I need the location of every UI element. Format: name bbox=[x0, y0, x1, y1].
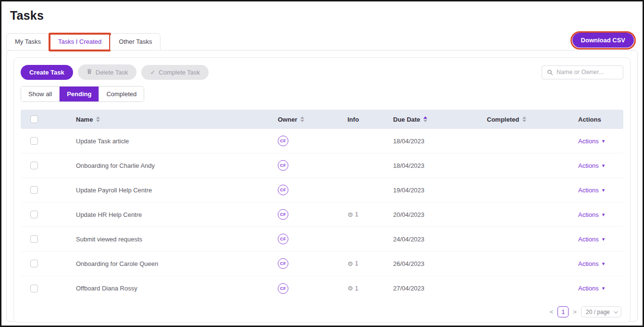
row-actions-button[interactable]: Actions ▾ bbox=[578, 260, 605, 267]
filter-segment[interactable]: Pending bbox=[60, 87, 99, 101]
actions-cell: Actions ▾ bbox=[564, 285, 623, 292]
owner-cell: CF bbox=[263, 209, 333, 220]
owner-cell: CF bbox=[263, 258, 333, 269]
name-cell: Update HR Help Centre bbox=[62, 211, 263, 218]
row-checkbox-cell bbox=[21, 260, 62, 267]
gear-icon: ⚙ bbox=[347, 211, 353, 218]
complete-task-label: Complete Task bbox=[159, 69, 200, 76]
prev-page-button[interactable]: < bbox=[550, 308, 554, 315]
owner-cell: CF bbox=[263, 136, 333, 146]
owner-cell: CF bbox=[263, 160, 333, 171]
name-cell: Update Payroll Help Centre bbox=[62, 187, 263, 194]
due-date: 24/04/2023 bbox=[393, 236, 424, 243]
tab[interactable]: Tasks I Created bbox=[50, 33, 110, 50]
owner-avatar[interactable]: CF bbox=[278, 136, 288, 146]
header-name[interactable]: Name bbox=[62, 116, 263, 123]
download-csv-button[interactable]: Download CSV bbox=[572, 33, 634, 48]
owner-cell: CF bbox=[263, 283, 333, 294]
header-due-date-label: Due Date bbox=[393, 116, 420, 123]
info-cell: ⚙ 1 bbox=[333, 211, 379, 218]
task-name: Update Payroll Help Centre bbox=[76, 187, 152, 194]
caret-down-icon: ▾ bbox=[602, 187, 605, 193]
owner-avatar[interactable]: CF bbox=[278, 160, 288, 171]
due-date-cell: 20/04/2023 bbox=[379, 211, 472, 218]
filter-segment[interactable]: Show all bbox=[21, 87, 60, 101]
due-date: 26/04/2023 bbox=[393, 260, 424, 267]
tab-label: Tasks I Created bbox=[58, 38, 101, 45]
current-page[interactable]: 1 bbox=[557, 306, 569, 317]
complete-task-button[interactable]: ✓ Complete Task bbox=[141, 65, 209, 80]
caret-down-icon: ▾ bbox=[602, 261, 605, 267]
tasks-table: Name Owner Info Due Date bbox=[21, 110, 623, 301]
delete-task-label: Delete Task bbox=[96, 69, 128, 76]
due-date-cell: 24/04/2023 bbox=[379, 236, 472, 243]
select-all-checkbox[interactable] bbox=[30, 115, 38, 123]
row-actions-button[interactable]: Actions ▾ bbox=[578, 162, 605, 169]
tab[interactable]: Other Tasks bbox=[110, 33, 161, 50]
row-actions-button[interactable]: Actions ▾ bbox=[578, 236, 605, 243]
row-actions-button[interactable]: Actions ▾ bbox=[578, 211, 605, 218]
row-actions-button[interactable]: Actions ▾ bbox=[578, 285, 605, 292]
sort-icon[interactable] bbox=[522, 116, 526, 122]
owner-cell: CF bbox=[263, 185, 333, 195]
check-icon: ✓ bbox=[150, 69, 155, 76]
trash-icon bbox=[87, 68, 92, 76]
search-input[interactable] bbox=[557, 69, 618, 75]
header-owner[interactable]: Owner bbox=[263, 116, 333, 123]
table-row: Onboarding for Charlie Andy CF 18/04/202… bbox=[21, 153, 623, 178]
tasks-card: Create Task Delete Task ✓ Complete Task bbox=[13, 57, 631, 323]
owner-avatar[interactable]: CF bbox=[278, 258, 288, 269]
row-checkbox[interactable] bbox=[30, 235, 38, 243]
sort-icon[interactable] bbox=[423, 116, 427, 122]
status-filter: Show allPendingCompleted bbox=[21, 86, 144, 102]
caret-down-icon: ▾ bbox=[602, 236, 605, 242]
due-date-cell: 26/04/2023 bbox=[379, 260, 472, 267]
tab-content-panel: Create Task Delete Task ✓ Complete Task bbox=[6, 50, 638, 322]
caret-down-icon: ▾ bbox=[602, 212, 605, 218]
row-actions-button[interactable]: Actions ▾ bbox=[578, 138, 605, 145]
row-actions-button[interactable]: Actions ▾ bbox=[578, 187, 605, 194]
header-due-date[interactable]: Due Date bbox=[379, 116, 472, 123]
row-checkbox[interactable] bbox=[30, 211, 38, 218]
page-size-select[interactable]: 20 / page bbox=[581, 306, 621, 317]
header-owner-label: Owner bbox=[278, 116, 297, 123]
delete-task-button[interactable]: Delete Task bbox=[78, 64, 137, 80]
owner-avatar[interactable]: CF bbox=[278, 234, 288, 244]
actions-label: Actions bbox=[578, 138, 599, 145]
owner-avatar[interactable]: CF bbox=[278, 185, 288, 195]
info-count: 1 bbox=[355, 211, 359, 218]
due-date: 18/04/2023 bbox=[393, 162, 424, 169]
name-cell: Onboarding for Charlie Andy bbox=[62, 162, 263, 169]
row-checkbox[interactable] bbox=[30, 137, 38, 145]
owner-avatar[interactable]: CF bbox=[278, 209, 288, 220]
tab-label: My Tasks bbox=[15, 38, 41, 45]
caret-down-icon: ▾ bbox=[602, 285, 605, 291]
row-checkbox[interactable] bbox=[30, 260, 38, 267]
actions-cell: Actions ▾ bbox=[564, 260, 623, 267]
due-date: 19/04/2023 bbox=[393, 187, 424, 194]
page-size-value: 20 / page bbox=[586, 309, 610, 315]
name-cell: Onboarding for Carole Queen bbox=[62, 260, 263, 267]
sort-icon[interactable] bbox=[300, 116, 304, 122]
page-content: Tasks My Tasks Tasks I Created Other Tas… bbox=[1, 1, 643, 322]
row-checkbox-cell bbox=[21, 211, 62, 218]
filter-segment[interactable]: Completed bbox=[99, 87, 144, 101]
owner-avatar[interactable]: CF bbox=[278, 283, 288, 294]
sort-icon[interactable] bbox=[96, 116, 100, 122]
name-cell: Update Task article bbox=[62, 138, 263, 145]
header-completed[interactable]: Completed bbox=[472, 116, 564, 123]
search-box bbox=[542, 65, 623, 79]
table-header: Name Owner Info Due Date bbox=[21, 110, 623, 129]
header-info-label: Info bbox=[347, 116, 359, 123]
tab[interactable]: My Tasks bbox=[6, 33, 50, 50]
next-page-button[interactable]: > bbox=[573, 308, 577, 315]
info-count: 1 bbox=[355, 260, 359, 267]
pagination: < 1 > 20 / page bbox=[21, 306, 623, 317]
name-cell: Offboard Diana Rossy bbox=[62, 285, 263, 292]
owner-cell: CF bbox=[263, 234, 333, 244]
row-checkbox[interactable] bbox=[30, 162, 38, 169]
header-actions: Actions bbox=[564, 116, 623, 123]
row-checkbox[interactable] bbox=[30, 285, 38, 292]
create-task-button[interactable]: Create Task bbox=[21, 65, 73, 80]
row-checkbox[interactable] bbox=[30, 186, 38, 194]
